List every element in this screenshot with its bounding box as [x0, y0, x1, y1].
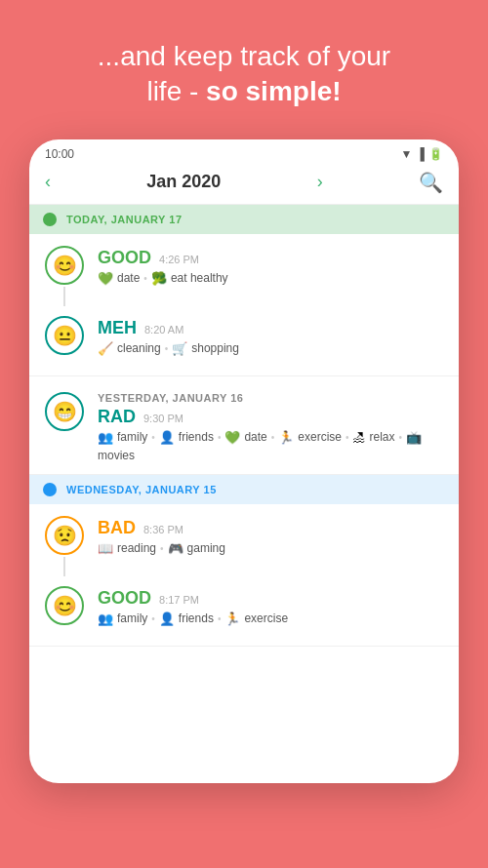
dot-8: • [160, 543, 164, 554]
header-section: ...and keep track of your life - so simp… [68, 0, 420, 139]
entry-mood-bad: BAD 8:36 PM [98, 518, 445, 538]
entry-bad: 😟 BAD 8:36 PM 📖 reading • 🎮 [43, 516, 445, 576]
entry-line-bad [63, 557, 65, 576]
today-label: TODAY, JANUARY 17 [66, 214, 183, 225]
tag-friends2: friends [179, 612, 214, 625]
prev-month-button[interactable]: ‹ [45, 172, 51, 192]
mood-time-good: 4:26 PM [159, 254, 199, 265]
tag-icon-relax: 🏖 [352, 430, 365, 445]
emoji-meh: 😐 [45, 316, 84, 355]
scroll-area[interactable]: TODAY, JANUARY 17 😊 GOOD 4:26 PM [29, 205, 459, 783]
search-icon-button[interactable]: 🔍 [419, 171, 443, 194]
today-dot [43, 213, 57, 226]
entry-icon-col-bad: 😟 [43, 516, 86, 576]
tags-rad: 👥 family • 👤 friends • 💚 date • 🏃 exerci… [98, 430, 445, 462]
dot-6: • [346, 432, 349, 443]
tag-icon-exercise2: 🏃 [224, 612, 240, 626]
tag-gaming: gaming [187, 541, 225, 555]
mood-time-good2: 8:17 PM [159, 594, 199, 606]
entry-icon-col-good2: 😊 [43, 586, 86, 625]
entry-mood-good2: GOOD 8:17 PM [98, 588, 445, 609]
entry-good2: 😊 GOOD 8:17 PM 👥 family • 👤 friends [43, 586, 445, 626]
tags-good2: 👥 family • 👤 friends • 🏃 exercise [98, 612, 445, 626]
dot-1: • [143, 273, 147, 284]
tag-exercise2: exercise [244, 612, 288, 625]
dot-7: • [399, 432, 403, 443]
tag-icon-shopping: 🛒 [172, 341, 187, 356]
dot-5: • [271, 432, 275, 443]
wednesday-header: WEDNESDAY, JANUARY 15 [29, 475, 459, 504]
dot-2: • [165, 343, 169, 354]
today-header: TODAY, JANUARY 17 [29, 205, 459, 234]
tag-icon-movies: 📺 [406, 430, 422, 445]
tag-icon-family: 👥 [98, 430, 113, 445]
entry-icon-col-meh: 😐 [43, 316, 86, 355]
tag-family: family [117, 430, 147, 444]
yesterday-label: YESTERDAY, JANUARY 16 [98, 392, 445, 404]
nav-bar: ‹ Jan 2020 › 🔍 [29, 165, 459, 205]
entry-good: 😊 GOOD 4:26 PM 💚 date • 🥦 [43, 246, 445, 306]
tag-family2: family [117, 612, 147, 625]
status-time: 10:00 [45, 147, 74, 161]
entry-meh: 😐 MEH 8:20 AM 🧹 cleaning • 🛒 shopping [43, 316, 445, 356]
header-line2: life - [146, 76, 206, 106]
tag-movies: movies [98, 449, 135, 462]
wednesday-entries: 😟 BAD 8:36 PM 📖 reading • 🎮 [29, 504, 459, 647]
entry-mood-good: GOOD 4:26 PM [98, 248, 445, 268]
yesterday-entries: 😁 YESTERDAY, JANUARY 16 RAD 9:30 PM 👥 fa… [29, 382, 459, 475]
wednesday-dot [43, 483, 57, 496]
tags-meh: 🧹 cleaning • 🛒 shopping [98, 341, 445, 356]
header-line2-bold: so simple! [206, 76, 341, 106]
entry-content-good: GOOD 4:26 PM 💚 date • 🥦 eat healthy [98, 246, 445, 286]
tag-date2: date [244, 430, 266, 444]
entry-content-good2: GOOD 8:17 PM 👥 family • 👤 friends • 🏃 ex… [98, 586, 445, 626]
day-section-today: TODAY, JANUARY 17 😊 GOOD 4:26 PM [29, 205, 459, 376]
tag-icon-date: 💚 [98, 271, 113, 286]
entry-icon-col-good: 😊 [43, 246, 86, 306]
mood-time-bad: 8:36 PM [143, 524, 183, 535]
tag-icon-family2: 👥 [98, 612, 113, 626]
tag-icon-gaming: 🎮 [168, 541, 183, 556]
tag-date: date [117, 271, 140, 285]
emoji-good2: 😊 [45, 586, 84, 625]
wednesday-label: WEDNESDAY, JANUARY 15 [66, 484, 217, 495]
tag-icon-friends: 👤 [159, 430, 175, 445]
nav-center: Jan 2020 [146, 172, 221, 192]
entry-content-meh: MEH 8:20 AM 🧹 cleaning • 🛒 shopping [98, 316, 445, 356]
status-icons: ▼ ▐ 🔋 [401, 147, 443, 161]
next-month-button[interactable]: › [317, 172, 323, 192]
tag-cleaning: cleaning [117, 341, 161, 355]
entry-icon-col-rad: 😁 [43, 392, 86, 431]
dot-3: • [151, 432, 155, 443]
tag-icon-cleaning: 🧹 [98, 341, 113, 356]
entry-mood-rad: RAD 9:30 PM [98, 407, 445, 427]
day-section-wednesday: WEDNESDAY, JANUARY 15 😟 BAD 8:36 PM [29, 475, 459, 647]
tag-relax: relax [369, 430, 394, 444]
tag-icon-date2: 💚 [224, 430, 240, 445]
dot-9: • [151, 613, 155, 624]
tag-exercise: exercise [298, 430, 342, 444]
tag-eat: eat healthy [171, 271, 228, 285]
mood-label-bad: BAD [98, 518, 136, 538]
phone-container: 10:00 ▼ ▐ 🔋 ‹ Jan 2020 › 🔍 TODAY, JANUAR… [29, 139, 459, 783]
mood-time-rad: 9:30 PM [143, 413, 183, 424]
entry-content-bad: BAD 8:36 PM 📖 reading • 🎮 gaming [98, 516, 445, 556]
tag-shopping: shopping [191, 341, 239, 355]
tag-icon-reading: 📖 [98, 541, 113, 556]
dot-4: • [218, 432, 222, 443]
tag-reading: reading [117, 541, 156, 555]
battery-icon: 🔋 [428, 147, 443, 161]
wifi-icon: ▼ [401, 147, 413, 161]
tag-friends: friends [179, 430, 214, 444]
mood-time-meh: 8:20 AM [144, 324, 183, 335]
mood-label-meh: MEH [98, 318, 137, 338]
emoji-rad: 😁 [45, 392, 84, 431]
emoji-good: 😊 [45, 246, 84, 285]
dot-10: • [218, 613, 222, 624]
day-section-yesterday: 😁 YESTERDAY, JANUARY 16 RAD 9:30 PM 👥 fa… [29, 382, 459, 475]
current-month: Jan 2020 [146, 172, 221, 192]
mood-label-good2: GOOD [98, 588, 151, 609]
mood-label-good: GOOD [98, 248, 151, 268]
status-bar: 10:00 ▼ ▐ 🔋 [29, 139, 459, 165]
signal-icon: ▐ [416, 147, 425, 161]
